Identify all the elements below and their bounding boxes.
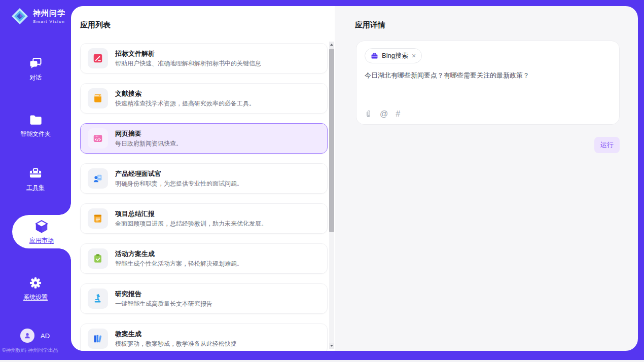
scroll-up-button[interactable] bbox=[329, 42, 334, 48]
app-list-scrollbar[interactable] bbox=[329, 42, 334, 349]
sidebar-item-smart-folder[interactable]: 智能文件夹 bbox=[0, 113, 71, 138]
app-card-lesson-plan[interactable]: 教案生成 模板驱动，教案秒成，教学准备从此轻松快捷 bbox=[80, 323, 328, 351]
book-icon bbox=[92, 93, 103, 104]
diamond-logo-icon bbox=[10, 7, 29, 26]
sidebar-item-label: 系统设置 bbox=[0, 293, 71, 302]
hashtag-icon[interactable]: # bbox=[396, 110, 400, 118]
pen-square-icon bbox=[92, 53, 103, 64]
tool-chip-label: Bing搜索 bbox=[382, 51, 408, 60]
app-desc: 一键智能生成高质量长文本研究报告 bbox=[115, 300, 212, 308]
brand-subtitle: Smart Vision bbox=[33, 19, 65, 24]
app-desc: 模板驱动，教案秒成，教学准备从此轻松快捷 bbox=[115, 340, 237, 348]
prompt-card: Bing搜索 × 今日湖北有哪些新闻要点？有哪些需要关注的最新政策？ @ # bbox=[356, 41, 620, 125]
app-name: 活动方案生成 bbox=[115, 249, 243, 258]
sidebar-item-label: 应用市场 bbox=[12, 236, 71, 245]
app-icon-tile bbox=[88, 288, 108, 309]
sidebar-item-app-market[interactable]: 应用市场 bbox=[12, 215, 71, 248]
run-button[interactable]: 运行 bbox=[594, 137, 620, 153]
app-icon-tile bbox=[88, 329, 108, 349]
app-name: 文献搜索 bbox=[115, 89, 255, 98]
app-card-pm-interviewer[interactable]: 产品经理面试官 明确身份和职责，为您提供专业性的面试问题。 bbox=[80, 163, 328, 194]
brand-name: 神州问学 bbox=[33, 9, 65, 18]
app-name: 研究报告 bbox=[115, 289, 212, 298]
mention-icon[interactable]: @ bbox=[380, 110, 388, 118]
clipboard-check-icon bbox=[92, 253, 103, 264]
browser-code-icon bbox=[92, 133, 103, 144]
app-detail-title: 应用详情 bbox=[355, 20, 385, 30]
app-icon-tile bbox=[88, 48, 108, 68]
prompt-input[interactable]: 今日湖北有哪些新闻要点？有哪些需要关注的最新政策？ bbox=[365, 70, 611, 100]
sidebar-item-chat[interactable]: 对话 bbox=[0, 56, 71, 82]
user-name: AD bbox=[41, 332, 50, 340]
chat-icon bbox=[28, 56, 43, 70]
notepad-icon bbox=[92, 213, 103, 224]
main-content: 应用列表 招标文件解析 帮助用户快速、准确地理解和解析招标书中的关键信息 bbox=[71, 6, 638, 351]
app-window: 神州问学 Smart Vision 对话 智能文件夹 bbox=[0, 0, 644, 360]
copyright-footer: ©神州数码·神州问学出品 bbox=[2, 347, 58, 354]
app-desc: 快速精准查找学术资源，提高研究效率的必备工具。 bbox=[115, 99, 255, 107]
app-desc: 帮助用户快速、准确地理解和解析招标书中的关键信息 bbox=[115, 59, 261, 67]
app-icon-tile bbox=[88, 168, 108, 189]
app-name: 教案生成 bbox=[115, 330, 237, 338]
toolbox-icon bbox=[28, 166, 43, 180]
input-toolbar: @ # bbox=[365, 110, 400, 118]
app-list-panel: 应用列表 招标文件解析 帮助用户快速、准确地理解和解析招标书中的关键信息 bbox=[71, 6, 335, 351]
app-list: 招标文件解析 帮助用户快速、准确地理解和解析招标书中的关键信息 文献搜索 bbox=[80, 43, 328, 351]
app-icon-tile bbox=[88, 208, 108, 229]
app-name: 产品经理面试官 bbox=[115, 169, 243, 178]
sidebar: 神州问学 Smart Vision 对话 智能文件夹 bbox=[0, 0, 71, 360]
app-card-research-report[interactable]: 研究报告 一键智能生成高质量长文本研究报告 bbox=[80, 283, 328, 314]
app-desc: 全面回顾项目进展，总结经验教训，助力未来优化发展。 bbox=[115, 220, 267, 228]
app-card-bid-analysis[interactable]: 招标文件解析 帮助用户快速、准确地理解和解析招标书中的关键信息 bbox=[80, 43, 328, 74]
sidebar-item-label: 智能文件夹 bbox=[0, 130, 71, 138]
app-card-event-plan[interactable]: 活动方案生成 智能生成个性化活动方案，轻松解决规划难题。 bbox=[80, 243, 328, 274]
folder-icon bbox=[28, 113, 43, 127]
sidebar-item-label: 对话 bbox=[0, 74, 71, 82]
briefcase-icon bbox=[371, 52, 378, 60]
app-list-title: 应用列表 bbox=[80, 20, 111, 30]
chip-close-icon[interactable]: × bbox=[412, 52, 416, 59]
app-name: 招标文件解析 bbox=[115, 49, 261, 58]
user-account[interactable]: AD bbox=[20, 329, 50, 343]
app-card-literature-search[interactable]: 文献搜索 快速精准查找学术资源，提高研究效率的必备工具。 bbox=[80, 83, 328, 114]
books-icon bbox=[92, 333, 103, 344]
app-name: 网页摘要 bbox=[115, 129, 182, 138]
app-icon-tile bbox=[88, 128, 108, 149]
app-card-project-summary[interactable]: 项目总结汇报 全面回顾项目进展，总结经验教训，助力未来优化发展。 bbox=[80, 203, 328, 234]
app-icon-tile bbox=[88, 248, 108, 269]
interviewer-icon bbox=[92, 173, 103, 184]
scroll-down-button[interactable] bbox=[329, 343, 334, 349]
person-icon bbox=[23, 332, 31, 340]
arrow-down-icon bbox=[330, 345, 333, 347]
scrollbar-thumb[interactable] bbox=[329, 49, 334, 232]
avatar bbox=[20, 329, 34, 343]
app-detail-panel: 应用详情 Bing搜索 × 今日湖北有哪些新闻要点？有哪些需要关注的最新政策？ bbox=[335, 6, 638, 351]
app-desc: 明确身份和职责，为您提供专业性的面试问题。 bbox=[115, 179, 243, 188]
gear-icon bbox=[28, 276, 43, 290]
brand-logo: 神州问学 Smart Vision bbox=[10, 7, 65, 26]
tool-chip-bing-search[interactable]: Bing搜索 × bbox=[365, 48, 422, 63]
microscope-icon bbox=[92, 293, 103, 304]
arrow-up-icon bbox=[330, 44, 333, 46]
app-card-web-summary[interactable]: 网页摘要 每日政府新闻资讯快查。 bbox=[80, 123, 328, 154]
attachment-icon[interactable] bbox=[365, 110, 372, 118]
cube-icon bbox=[34, 219, 49, 234]
app-desc: 每日政府新闻资讯快查。 bbox=[115, 139, 182, 148]
sidebar-item-toolkit[interactable]: 工具集 bbox=[0, 166, 71, 192]
sidebar-item-label: 工具集 bbox=[0, 184, 71, 192]
app-name: 项目总结汇报 bbox=[115, 209, 267, 218]
sidebar-item-settings[interactable]: 系统设置 bbox=[0, 276, 71, 302]
app-icon-tile bbox=[88, 88, 108, 108]
app-desc: 智能生成个性化活动方案，轻松解决规划难题。 bbox=[115, 260, 243, 268]
